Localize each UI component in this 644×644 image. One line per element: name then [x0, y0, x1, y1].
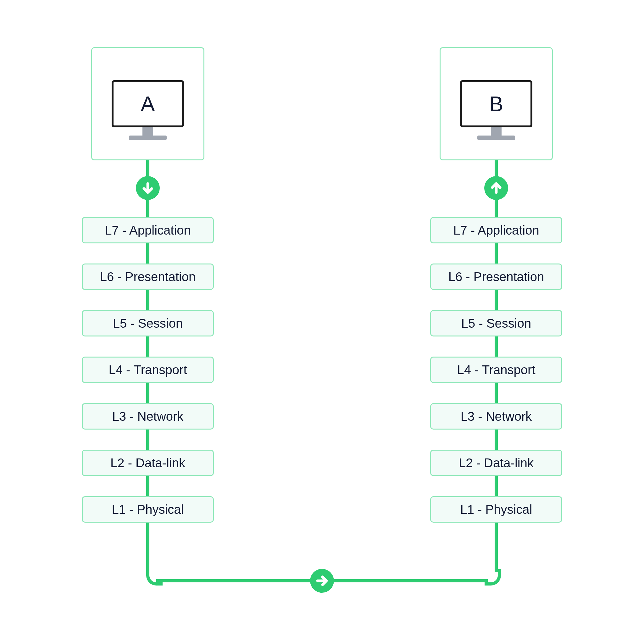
- layer-l5: L5 - Session: [82, 310, 214, 336]
- computer-a-label: A: [112, 80, 184, 127]
- monitor-icon: A: [112, 80, 184, 127]
- computer-a: A: [91, 47, 204, 160]
- osi-flow-diagram: A B L7 - Application L6 - Presentation L…: [0, 0, 644, 644]
- layer-l3: L3 - Network: [82, 403, 214, 430]
- computer-b-label: B: [460, 80, 532, 127]
- layer-l5: L5 - Session: [430, 310, 562, 336]
- layer-l2: L2 - Data-link: [82, 450, 214, 476]
- layer-l6: L6 - Presentation: [82, 264, 214, 290]
- layer-l7: L7 - Application: [430, 217, 562, 243]
- layer-l7: L7 - Application: [82, 217, 214, 243]
- flow-corner: [146, 569, 163, 586]
- layer-l3: L3 - Network: [430, 403, 562, 430]
- arrow-right-icon: [310, 569, 334, 593]
- layer-l2: L2 - Data-link: [430, 450, 562, 476]
- layer-l6: L6 - Presentation: [430, 264, 562, 290]
- layer-l1: L1 - Physical: [82, 496, 214, 523]
- arrow-up-icon: [484, 176, 508, 200]
- flow-corner: [485, 569, 501, 586]
- layer-l1: L1 - Physical: [430, 496, 562, 523]
- arrow-down-icon: [136, 176, 160, 200]
- monitor-icon: B: [460, 80, 532, 127]
- layer-l4: L4 - Transport: [430, 357, 562, 383]
- computer-b: B: [440, 47, 553, 160]
- layer-l4: L4 - Transport: [82, 357, 214, 383]
